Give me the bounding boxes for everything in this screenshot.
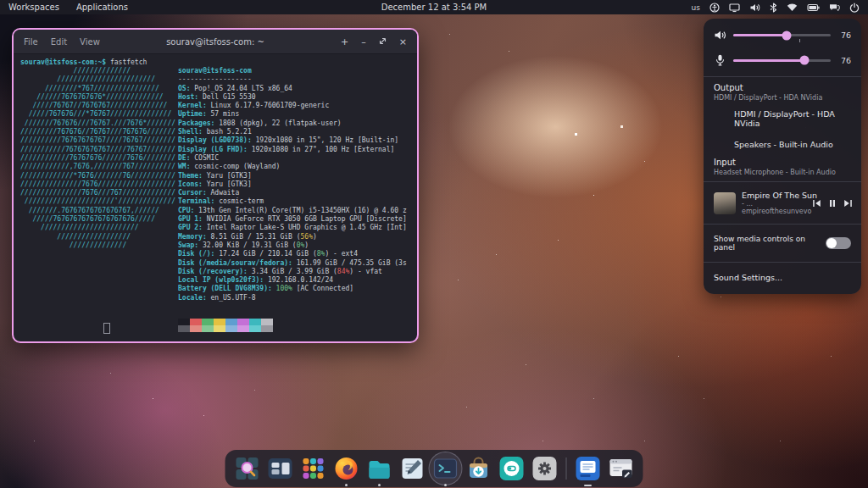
screen-capture-icon[interactable] xyxy=(608,455,635,482)
minimize-button[interactable]: – xyxy=(361,36,366,47)
output-section-label: Output xyxy=(714,83,851,92)
popup-divider xyxy=(704,181,861,182)
new-tab-button[interactable]: + xyxy=(341,36,348,47)
fastfetch-info: sourav@itsfoss-com------------------OS: … xyxy=(178,67,407,302)
input-current-device: Headset Microphone - Built-in Audio xyxy=(714,169,851,176)
top-panel: Workspaces Applications December 12 at 3… xyxy=(0,0,868,14)
firefox-icon[interactable] xyxy=(333,455,360,482)
popup-divider xyxy=(704,224,861,225)
settings-icon[interactable] xyxy=(531,455,559,482)
libreoffice-writer-icon[interactable] xyxy=(575,455,602,482)
media-channel: empireofthesunvevo xyxy=(742,208,806,215)
pause-button[interactable] xyxy=(829,195,836,211)
terminal-cursor xyxy=(103,323,110,334)
keyboard-layout-indicator[interactable]: us xyxy=(692,3,700,12)
desktop-background: Workspaces Applications December 12 at 3… xyxy=(0,0,868,488)
close-button[interactable]: × xyxy=(399,36,407,47)
color-palette xyxy=(178,319,273,332)
media-player-row: Empire Of The Sun - ... empireofthesunve… xyxy=(704,186,861,220)
media-title: Empire Of The Sun xyxy=(742,191,806,200)
output-device-item[interactable]: HDMI / DisplayPort - HDA NVidia xyxy=(704,103,861,134)
dock xyxy=(225,450,643,487)
previous-track-button[interactable] xyxy=(812,195,821,211)
output-device-item[interactable]: Speakers - Built-in Audio xyxy=(704,134,861,155)
input-volume-knob[interactable] xyxy=(799,56,809,65)
power-icon[interactable] xyxy=(849,3,860,13)
bluetooth-icon[interactable] xyxy=(770,3,777,13)
ascii-logo: ////////////// //////////////////////// … xyxy=(20,67,175,250)
cosmic-tweaks-icon[interactable] xyxy=(498,455,526,482)
files-icon[interactable] xyxy=(366,455,393,482)
terminal-window: File Edit View sourav@itsfoss-com: ~ + –… xyxy=(12,28,419,343)
popup-divider xyxy=(704,262,861,263)
show-media-controls-label: Show media controls on panel xyxy=(714,235,826,252)
applications-button[interactable]: Applications xyxy=(76,3,128,12)
sound-popup: 76 76 Output HDMI / DisplayPort - HDA NV… xyxy=(704,19,861,294)
dock-separator xyxy=(566,458,567,480)
next-track-button[interactable] xyxy=(843,195,853,211)
workspaces-button[interactable]: Workspaces xyxy=(8,3,59,12)
accessibility-icon[interactable] xyxy=(709,3,720,13)
terminal-icon[interactable] xyxy=(432,455,459,482)
output-volume-row: 76 xyxy=(704,23,861,47)
input-section-label: Input xyxy=(714,158,851,167)
input-volume-row: 76 xyxy=(704,47,861,73)
volume-icon[interactable] xyxy=(749,3,760,13)
menu-view[interactable]: View xyxy=(80,37,100,47)
microphone-icon xyxy=(714,54,726,66)
maximize-button[interactable] xyxy=(379,36,387,47)
app-store-icon[interactable] xyxy=(465,455,492,482)
clock-button[interactable]: December 12 at 3:54 PM xyxy=(381,3,487,12)
album-art xyxy=(714,192,736,214)
launcher-icon[interactable] xyxy=(234,455,261,482)
output-volume-knob[interactable] xyxy=(782,30,792,40)
window-tiling-icon[interactable] xyxy=(267,455,294,482)
menu-edit[interactable]: Edit xyxy=(51,37,67,47)
command-text: fastfetch xyxy=(110,58,147,66)
terminal-titlebar[interactable]: File Edit View sourav@itsfoss-com: ~ + –… xyxy=(14,30,417,54)
input-volume-slider[interactable] xyxy=(733,59,831,62)
app-library-icon[interactable] xyxy=(300,455,327,482)
popup-divider xyxy=(704,76,861,77)
battery-icon[interactable] xyxy=(807,3,820,12)
text-editor-icon[interactable] xyxy=(399,455,426,482)
output-volume-value: 76 xyxy=(837,30,851,40)
output-volume-slider[interactable] xyxy=(733,34,831,36)
speaker-icon xyxy=(714,30,726,41)
media-controls-toggle[interactable] xyxy=(826,237,851,249)
output-current-device: HDMI / DisplayPort - HDA NVidia xyxy=(714,94,851,102)
output-device-list: HDMI / DisplayPort - HDA NVidiaSpeakers … xyxy=(704,103,861,155)
menu-file[interactable]: File xyxy=(24,37,38,47)
terminal-body[interactable]: sourav@itsfoss-com:~$ fastfetch ////////… xyxy=(14,54,417,341)
input-volume-value: 76 xyxy=(837,56,851,65)
notifications-icon[interactable] xyxy=(829,3,840,12)
media-track: - ... xyxy=(742,200,806,208)
shell-prompt: sourav@itsfoss-com:~$ fastfetch xyxy=(20,58,147,67)
display-icon[interactable] xyxy=(729,3,740,13)
wifi-icon[interactable] xyxy=(787,3,798,12)
sound-settings-link[interactable]: Sound Settings... xyxy=(704,266,861,290)
